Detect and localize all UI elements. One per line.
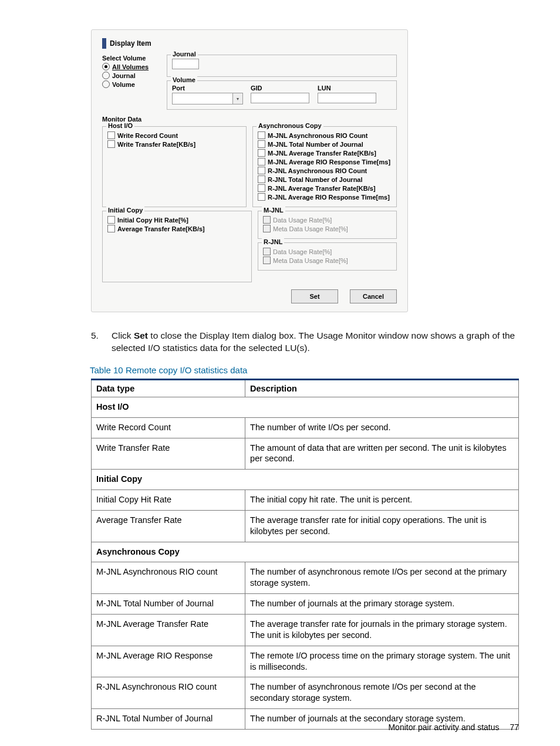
cb-mjnl-meta: Meta Data Usage Rate[%]: [263, 225, 392, 232]
table-row: M-JNL Total Number of JournalThe number …: [92, 594, 519, 615]
table-row: Average Transfer RateThe average transfe…: [92, 510, 519, 542]
table-row: Initial Copy Hit RateThe initial copy hi…: [92, 490, 519, 511]
description-cell: The amount of data that are written per …: [245, 438, 519, 470]
cb-r-resp[interactable]: R-JNL Average RIO Response Time[ms]: [258, 193, 392, 201]
cb-m-rate[interactable]: M-JNL Average Transfer Rate[KB/s]: [258, 149, 392, 157]
port-select[interactable]: [172, 93, 233, 104]
table-10: Data type Description Host I/OWrite Reco…: [91, 379, 519, 730]
description-cell: The average transfer rate for initial co…: [245, 510, 519, 542]
table-row: M-JNL Average Transfer RateThe average t…: [92, 614, 519, 646]
description-cell: The number of write I/Os per second.: [245, 417, 519, 438]
select-volume-label: Select Volume: [102, 55, 161, 62]
cb-initial-avg[interactable]: Average Transfer Rate[KB/s]: [107, 225, 247, 232]
step-5: 5. Click Set to close the Display Item d…: [91, 330, 519, 355]
step-text: Click Set to close the Display Item dial…: [112, 330, 519, 355]
host-io-fieldset: Host I/O Write Record Count Write Transf…: [102, 126, 247, 207]
cb-rjnl-data: Data Usage Rate[%]: [263, 248, 392, 255]
description-cell: The number of asynchronous remote I/Os p…: [245, 677, 519, 709]
radio-volume[interactable]: Volume: [102, 80, 161, 88]
section-cell: Asynchronous Copy: [92, 542, 519, 562]
data-type-cell: Write Record Count: [92, 417, 245, 438]
table-row: M-JNL Asynchronous RIO countThe number o…: [92, 562, 519, 594]
table-row: Asynchronous Copy: [92, 542, 519, 562]
data-type-cell: M-JNL Asynchronous RIO count: [92, 562, 245, 594]
journal-fieldset: Journal: [167, 55, 397, 77]
lun-label: LUN: [318, 85, 382, 92]
data-type-cell: M-JNL Average RIO Response: [92, 646, 245, 677]
radio-icon: [102, 72, 110, 79]
description-cell: The average transfer rate for journals i…: [245, 614, 519, 646]
col-data-type: Data type: [92, 379, 245, 397]
cb-m-resp[interactable]: M-JNL Average RIO Response Time[ms]: [258, 158, 392, 166]
description-cell: The initial copy hit rate. The unit is p…: [245, 490, 519, 511]
port-label: Port: [172, 85, 248, 92]
journal-input[interactable]: [172, 59, 199, 69]
table-row: Host I/O: [92, 397, 519, 417]
radio-volume-label: Volume: [112, 81, 135, 88]
data-type-cell: M-JNL Average Transfer Rate: [92, 614, 245, 646]
cb-m-total[interactable]: M-JNL Total Number of Journal: [258, 140, 392, 148]
col-description: Description: [245, 379, 519, 397]
gid-label: GID: [251, 85, 315, 92]
cb-mjnl-data: Data Usage Rate[%]: [263, 216, 392, 224]
data-type-cell: Write Transfer Rate: [92, 438, 245, 470]
data-type-cell: Initial Copy Hit Rate: [92, 490, 245, 511]
description-cell: The remote I/O process time on the prima…: [245, 646, 519, 677]
cb-r-rio[interactable]: R-JNL Asynchronous RIO Count: [258, 167, 392, 174]
gid-input[interactable]: [251, 93, 309, 103]
title-bar-icon: [102, 38, 106, 49]
mjnl-fieldset: M-JNL Data Usage Rate[%] Meta Data Usage…: [258, 211, 397, 239]
chevron-down-icon[interactable]: ▾: [233, 93, 243, 104]
volume-fieldset: Volume Port ▾ GID: [167, 80, 397, 110]
async-legend: Asynchronous Copy: [257, 122, 323, 129]
initial-copy-fieldset: Initial Copy Initial Copy Hit Rate[%] Av…: [102, 211, 252, 282]
rjnl-fieldset: R-JNL Data Usage Rate[%] Meta Data Usage…: [258, 242, 397, 271]
section-cell: Initial Copy: [92, 470, 519, 490]
table-row: Initial Copy: [92, 470, 519, 490]
dialog-title-text: Display Item: [110, 39, 151, 48]
page-number: 77: [510, 723, 519, 732]
footer-text: Monitor pair activity and status: [388, 723, 499, 732]
cb-rjnl-meta: Meta Data Usage Rate[%]: [263, 256, 392, 264]
data-type-cell: R-JNL Total Number of Journal: [92, 709, 245, 730]
cb-write-rate[interactable]: Write Transfer Rate[KB/s]: [107, 140, 241, 148]
data-type-cell: Average Transfer Rate: [92, 510, 245, 542]
set-button[interactable]: Set: [291, 289, 338, 303]
table-row: M-JNL Average RIO ResponseThe remote I/O…: [92, 646, 519, 677]
step-number: 5.: [91, 330, 112, 355]
lun-input[interactable]: [318, 93, 376, 103]
table-row: Write Record CountThe number of write I/…: [92, 417, 519, 438]
table-row: R-JNL Asynchronous RIO countThe number o…: [92, 677, 519, 709]
radio-all-volumes[interactable]: All Volumes: [102, 63, 161, 70]
page-footer: Monitor pair activity and status 77: [388, 723, 519, 732]
cb-initial-hit[interactable]: Initial Copy Hit Rate[%]: [107, 216, 247, 224]
dialog-title: Display Item: [102, 38, 397, 49]
initial-copy-legend: Initial Copy: [106, 207, 144, 214]
display-item-dialog: Display Item Select Volume All Volumes J…: [91, 29, 408, 312]
radio-icon: [102, 80, 110, 88]
journal-legend: Journal: [171, 50, 198, 58]
cb-r-rate[interactable]: R-JNL Average Transfer Rate[KB/s]: [258, 184, 392, 192]
section-cell: Host I/O: [92, 397, 519, 417]
table-row: Write Transfer RateThe amount of data th…: [92, 438, 519, 470]
monitor-data-label: Monitor Data: [102, 116, 397, 123]
mjnl-legend: M-JNL: [262, 207, 285, 214]
radio-all-volumes-label: All Volumes: [112, 63, 149, 70]
cb-m-rio[interactable]: M-JNL Asynchronous RIO Count: [258, 131, 392, 139]
radio-journal[interactable]: Journal: [102, 72, 161, 79]
async-copy-fieldset: Asynchronous Copy M-JNL Asynchronous RIO…: [252, 126, 397, 207]
description-cell: The number of asynchronous remote I/Os p…: [245, 562, 519, 594]
cb-r-total[interactable]: R-JNL Total Number of Journal: [258, 175, 392, 183]
data-type-cell: M-JNL Total Number of Journal: [92, 594, 245, 615]
data-type-cell: R-JNL Asynchronous RIO count: [92, 677, 245, 709]
table-caption: Table 10 Remote copy I/O statistics data: [90, 365, 519, 375]
volume-legend: Volume: [171, 76, 197, 83]
host-io-legend: Host I/O: [106, 122, 134, 129]
cancel-button[interactable]: Cancel: [350, 289, 397, 303]
radio-journal-label: Journal: [112, 72, 136, 79]
description-cell: The number of journals at the primary st…: [245, 594, 519, 615]
rjnl-legend: R-JNL: [262, 238, 284, 245]
radio-icon: [102, 63, 110, 70]
cb-write-record[interactable]: Write Record Count: [107, 131, 241, 139]
